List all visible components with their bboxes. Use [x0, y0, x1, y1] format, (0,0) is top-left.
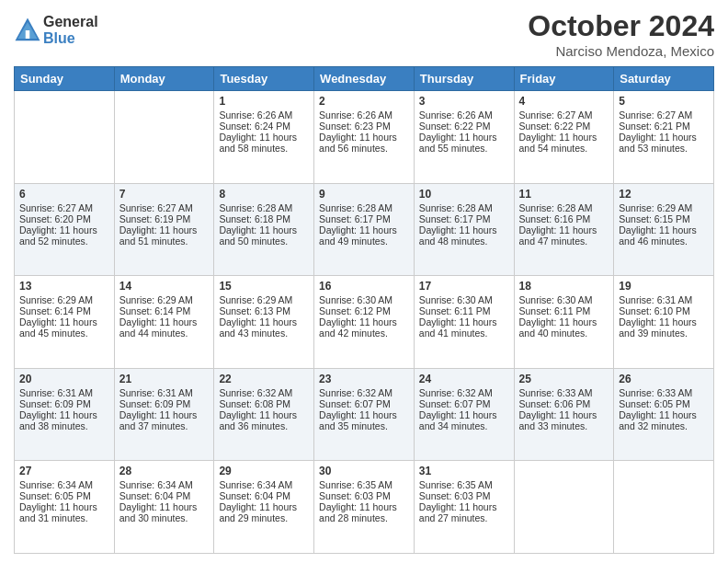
- sunset-text: Sunset: 6:10 PM: [619, 305, 709, 316]
- sunset-text: Sunset: 6:23 PM: [319, 121, 409, 132]
- daylight-text: Daylight: 11 hours and 41 minutes.: [419, 316, 509, 339]
- day-number: 13: [19, 280, 109, 293]
- sunset-text: Sunset: 6:07 PM: [419, 398, 509, 409]
- day-number: 14: [119, 280, 210, 293]
- table-row: 10Sunrise: 6:28 AMSunset: 6:17 PMDayligh…: [414, 183, 514, 276]
- day-number: 25: [519, 373, 609, 385]
- sunrise-text: Sunrise: 6:35 AM: [419, 479, 509, 490]
- day-number: 7: [119, 188, 210, 201]
- table-row: 15Sunrise: 6:29 AMSunset: 6:13 PMDayligh…: [214, 276, 314, 369]
- table-row: 13Sunrise: 6:29 AMSunset: 6:14 PMDayligh…: [15, 276, 115, 369]
- daylight-text: Daylight: 11 hours and 34 minutes.: [419, 409, 509, 431]
- sunset-text: Sunset: 6:14 PM: [19, 305, 109, 316]
- daylight-text: Daylight: 11 hours and 32 minutes.: [619, 409, 709, 431]
- table-row: 20Sunrise: 6:31 AMSunset: 6:09 PMDayligh…: [15, 368, 115, 461]
- sunset-text: Sunset: 6:03 PM: [319, 490, 409, 501]
- daylight-text: Daylight: 11 hours and 40 minutes.: [519, 316, 609, 339]
- daylight-text: Daylight: 11 hours and 35 minutes.: [319, 409, 409, 431]
- sunrise-text: Sunrise: 6:28 AM: [419, 202, 509, 213]
- sunset-text: Sunset: 6:08 PM: [219, 398, 309, 409]
- sunrise-text: Sunrise: 6:26 AM: [319, 109, 409, 121]
- table-row: 31Sunrise: 6:35 AMSunset: 6:03 PMDayligh…: [414, 461, 514, 554]
- sunset-text: Sunset: 6:05 PM: [619, 398, 709, 409]
- table-row: 19Sunrise: 6:31 AMSunset: 6:10 PMDayligh…: [614, 276, 714, 369]
- daylight-text: Daylight: 11 hours and 29 minutes.: [219, 501, 309, 523]
- daylight-text: Daylight: 11 hours and 46 minutes.: [619, 224, 709, 247]
- table-row: 14Sunrise: 6:29 AMSunset: 6:14 PMDayligh…: [114, 276, 214, 369]
- daylight-text: Daylight: 11 hours and 56 minutes.: [319, 132, 409, 154]
- sunrise-text: Sunrise: 6:31 AM: [619, 294, 709, 305]
- sunset-text: Sunset: 6:20 PM: [19, 213, 109, 224]
- main-title: October 2024: [528, 9, 714, 43]
- calendar-week-row: 6Sunrise: 6:27 AMSunset: 6:20 PMDaylight…: [15, 183, 714, 276]
- daylight-text: Daylight: 11 hours and 58 minutes.: [219, 132, 309, 154]
- sunset-text: Sunset: 6:04 PM: [219, 490, 309, 501]
- sunrise-text: Sunrise: 6:32 AM: [419, 387, 509, 398]
- table-row: 27Sunrise: 6:34 AMSunset: 6:05 PMDayligh…: [15, 461, 115, 554]
- sunrise-text: Sunrise: 6:28 AM: [519, 202, 609, 213]
- col-wednesday: Wednesday: [314, 67, 415, 91]
- day-number: 20: [19, 373, 109, 385]
- table-row: [614, 461, 714, 554]
- calendar-table: Sunday Monday Tuesday Wednesday Thursday…: [14, 66, 714, 554]
- daylight-text: Daylight: 11 hours and 38 minutes.: [19, 409, 109, 431]
- calendar-week-row: 27Sunrise: 6:34 AMSunset: 6:05 PMDayligh…: [15, 461, 714, 554]
- table-row: 12Sunrise: 6:29 AMSunset: 6:15 PMDayligh…: [614, 183, 714, 276]
- table-row: 17Sunrise: 6:30 AMSunset: 6:11 PMDayligh…: [414, 276, 514, 369]
- daylight-text: Daylight: 11 hours and 42 minutes.: [319, 316, 409, 339]
- day-number: 27: [19, 465, 109, 477]
- subtitle: Narciso Mendoza, Mexico: [528, 43, 714, 59]
- daylight-text: Daylight: 11 hours and 44 minutes.: [119, 316, 210, 339]
- table-row: 5Sunrise: 6:27 AMSunset: 6:21 PMDaylight…: [614, 91, 714, 184]
- sunrise-text: Sunrise: 6:32 AM: [219, 387, 309, 398]
- col-friday: Friday: [514, 67, 614, 91]
- logo-text: General Blue: [43, 14, 98, 46]
- day-number: 8: [219, 188, 309, 201]
- logo-icon: [14, 17, 41, 44]
- daylight-text: Daylight: 11 hours and 27 minutes.: [419, 501, 509, 523]
- sunrise-text: Sunrise: 6:29 AM: [219, 294, 309, 305]
- sunrise-text: Sunrise: 6:27 AM: [619, 109, 709, 121]
- sunset-text: Sunset: 6:03 PM: [419, 490, 509, 501]
- sunset-text: Sunset: 6:21 PM: [619, 121, 709, 132]
- sunrise-text: Sunrise: 6:26 AM: [219, 109, 309, 121]
- day-number: 3: [419, 95, 509, 108]
- table-row: 11Sunrise: 6:28 AMSunset: 6:16 PMDayligh…: [514, 183, 614, 276]
- col-thursday: Thursday: [414, 67, 514, 91]
- logo-general-text: General: [43, 14, 98, 30]
- sunrise-text: Sunrise: 6:27 AM: [119, 202, 210, 213]
- sunset-text: Sunset: 6:17 PM: [419, 213, 509, 224]
- daylight-text: Daylight: 11 hours and 47 minutes.: [519, 224, 609, 247]
- sunset-text: Sunset: 6:15 PM: [619, 213, 709, 224]
- calendar-week-row: 20Sunrise: 6:31 AMSunset: 6:09 PMDayligh…: [15, 368, 714, 461]
- sunrise-text: Sunrise: 6:28 AM: [219, 202, 309, 213]
- table-row: 16Sunrise: 6:30 AMSunset: 6:12 PMDayligh…: [314, 276, 415, 369]
- sunrise-text: Sunrise: 6:30 AM: [519, 294, 609, 305]
- day-number: 30: [319, 465, 409, 477]
- title-section: October 2024 Narciso Mendoza, Mexico: [528, 9, 714, 59]
- sunrise-text: Sunrise: 6:34 AM: [219, 479, 309, 490]
- table-row: 1Sunrise: 6:26 AMSunset: 6:24 PMDaylight…: [214, 91, 314, 184]
- daylight-text: Daylight: 11 hours and 43 minutes.: [219, 316, 309, 339]
- table-row: 3Sunrise: 6:26 AMSunset: 6:22 PMDaylight…: [414, 91, 514, 184]
- daylight-text: Daylight: 11 hours and 51 minutes.: [119, 224, 210, 247]
- sunrise-text: Sunrise: 6:34 AM: [119, 479, 210, 490]
- table-row: [15, 91, 115, 184]
- sunset-text: Sunset: 6:07 PM: [319, 398, 409, 409]
- calendar-week-row: 1Sunrise: 6:26 AMSunset: 6:24 PMDaylight…: [15, 91, 714, 184]
- sunset-text: Sunset: 6:17 PM: [319, 213, 409, 224]
- table-row: 9Sunrise: 6:28 AMSunset: 6:17 PMDaylight…: [314, 183, 415, 276]
- sunset-text: Sunset: 6:11 PM: [419, 305, 509, 316]
- col-monday: Monday: [114, 67, 214, 91]
- daylight-text: Daylight: 11 hours and 52 minutes.: [19, 224, 109, 247]
- table-row: 22Sunrise: 6:32 AMSunset: 6:08 PMDayligh…: [214, 368, 314, 461]
- sunset-text: Sunset: 6:22 PM: [519, 121, 609, 132]
- sunset-text: Sunset: 6:09 PM: [19, 398, 109, 409]
- day-number: 6: [19, 188, 109, 201]
- sunset-text: Sunset: 6:06 PM: [519, 398, 609, 409]
- table-row: 24Sunrise: 6:32 AMSunset: 6:07 PMDayligh…: [414, 368, 514, 461]
- day-number: 22: [219, 373, 309, 385]
- sunrise-text: Sunrise: 6:30 AM: [319, 294, 409, 305]
- day-number: 29: [219, 465, 309, 477]
- day-number: 19: [619, 280, 709, 293]
